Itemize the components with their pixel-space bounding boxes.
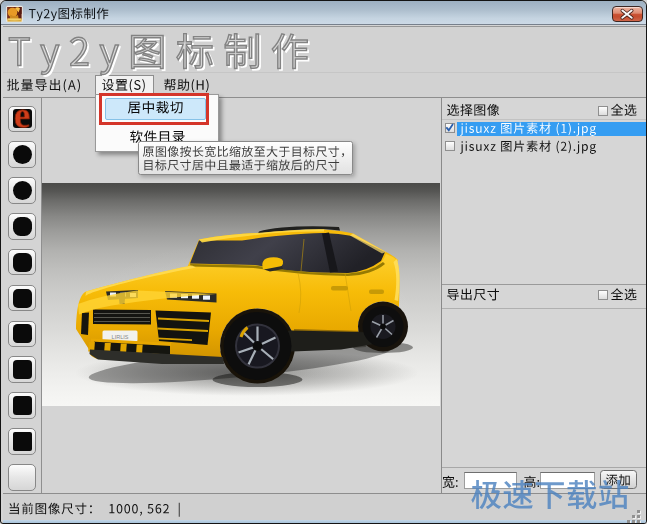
svg-text:LIRLIS: LIRLIS bbox=[112, 334, 129, 340]
